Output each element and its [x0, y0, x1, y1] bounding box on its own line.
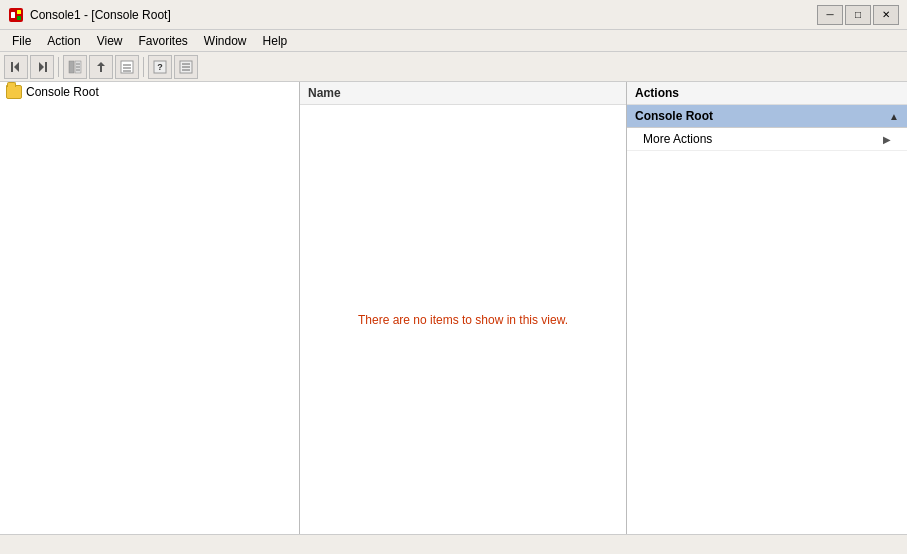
actions-section-label: Console Root — [635, 109, 713, 123]
svg-rect-4 — [11, 62, 13, 72]
actions-item-more-actions[interactable]: More Actions ▶ — [627, 128, 907, 151]
menu-file[interactable]: File — [4, 30, 39, 51]
menu-view[interactable]: View — [89, 30, 131, 51]
show-hide-tree-button[interactable] — [63, 55, 87, 79]
chevron-right-icon: ▶ — [883, 134, 891, 145]
tree-item-label: Console Root — [26, 85, 99, 99]
main-area: Console Root Name There are no items to … — [0, 82, 907, 534]
back-button[interactable] — [4, 55, 28, 79]
menu-action[interactable]: Action — [39, 30, 88, 51]
close-button[interactable]: ✕ — [873, 5, 899, 25]
actions-section-console-root[interactable]: Console Root ▲ — [627, 105, 907, 128]
up-button[interactable] — [89, 55, 113, 79]
folder-icon — [6, 85, 22, 99]
menu-window[interactable]: Window — [196, 30, 255, 51]
svg-rect-3 — [17, 16, 21, 20]
title-bar-left: Console1 - [Console Root] — [8, 7, 171, 23]
export-button[interactable] — [115, 55, 139, 79]
svg-rect-5 — [45, 62, 47, 72]
content-body: There are no items to show in this view. — [300, 105, 626, 534]
menu-bar: File Action View Favorites Window Help — [0, 30, 907, 52]
title-bar-controls: ─ □ ✕ — [817, 5, 899, 25]
tree-item-console-root[interactable]: Console Root — [0, 82, 299, 102]
title-bar: Console1 - [Console Root] ─ □ ✕ — [0, 0, 907, 30]
actions-header: Actions — [627, 82, 907, 105]
toolbar-separator-2 — [143, 57, 144, 77]
content-panel[interactable]: Name There are no items to show in this … — [300, 82, 627, 534]
chevron-up-icon: ▲ — [889, 111, 899, 122]
tree-panel[interactable]: Console Root — [0, 82, 300, 534]
menu-favorites[interactable]: Favorites — [131, 30, 196, 51]
actions-panel: Actions Console Root ▲ More Actions ▶ — [627, 82, 907, 534]
no-items-message: There are no items to show in this view. — [358, 313, 568, 327]
properties-button[interactable] — [174, 55, 198, 79]
svg-text:?: ? — [157, 62, 163, 72]
svg-rect-1 — [11, 12, 15, 18]
menu-help[interactable]: Help — [255, 30, 296, 51]
svg-rect-6 — [69, 61, 74, 73]
mmc-app-icon — [8, 7, 24, 23]
content-column-header: Name — [300, 82, 626, 105]
more-actions-label: More Actions — [643, 132, 712, 146]
minimize-button[interactable]: ─ — [817, 5, 843, 25]
toolbar: ? — [0, 52, 907, 82]
help-button[interactable]: ? — [148, 55, 172, 79]
toolbar-separator-1 — [58, 57, 59, 77]
svg-rect-2 — [17, 10, 21, 14]
forward-button[interactable] — [30, 55, 54, 79]
maximize-button[interactable]: □ — [845, 5, 871, 25]
status-bar — [0, 534, 907, 554]
window-title: Console1 - [Console Root] — [30, 8, 171, 22]
